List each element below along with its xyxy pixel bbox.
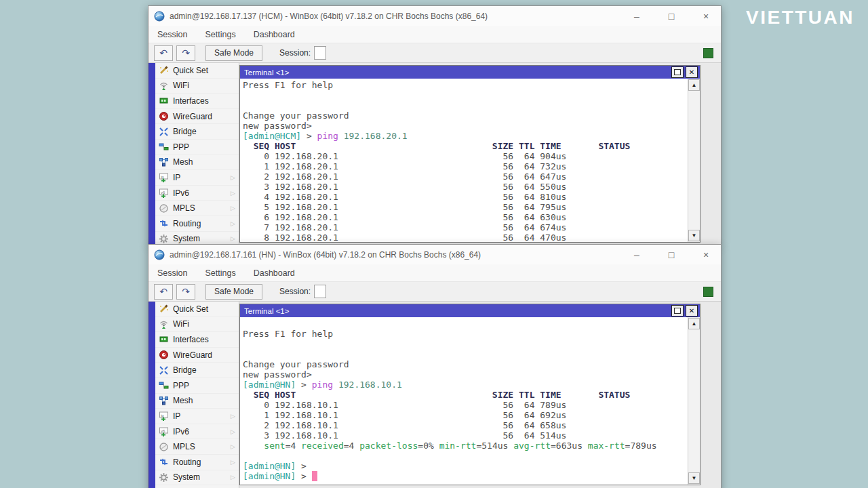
terminal-maximize-button[interactable] — [671, 66, 684, 78]
terminal-text-span: new password> — [243, 369, 312, 380]
sidebar-item-wifi[interactable]: WiFi — [155, 79, 239, 94]
sidebar-item-routing[interactable]: Routing▷ — [155, 216, 239, 232]
terminal-text-span: ping — [312, 380, 333, 390]
redo-icon: ↷ — [182, 286, 190, 297]
sidebar-item-bridge[interactable]: Bridge — [155, 363, 239, 378]
menu-settings[interactable]: Settings — [205, 30, 235, 39]
sidebar-item-system[interactable]: System▷ — [155, 470, 239, 486]
sidebar-accent-strip — [149, 302, 155, 488]
undo-button[interactable]: ↶ — [154, 284, 173, 300]
sidebar-item-mpls[interactable]: MPLS▷ — [155, 439, 239, 455]
terminal-close-button[interactable]: ✕ — [686, 66, 698, 78]
maximize-icon — [674, 69, 681, 75]
sidebar-item-ip[interactable]: ipIP▷ — [155, 170, 239, 186]
ipv6-icon: v6 — [159, 426, 169, 436]
terminal-text-span: ping — [317, 131, 338, 141]
sidebar-item-interfaces[interactable]: Interfaces — [155, 332, 239, 348]
menu-session[interactable]: Session — [157, 30, 187, 39]
ip-icon: ip — [159, 411, 169, 421]
terminal-line: Press F1 for help — [243, 329, 687, 339]
undo-button[interactable]: ↶ — [154, 45, 173, 61]
sidebar-item-ipv6[interactable]: v6IPv6▷ — [155, 424, 239, 440]
terminal-close-button[interactable]: ✕ — [686, 305, 698, 317]
titlebar[interactable]: admin@192.168.17.137 (HCM) - WinBox (64b… — [149, 6, 721, 26]
terminal-line: [admin@HCM] > ping 192.168.20.1 — [243, 131, 687, 141]
terminal-titlebar[interactable]: Terminal <1> ✕ — [240, 304, 700, 317]
maximize-button[interactable]: □ — [656, 6, 686, 26]
sidebar-item-mesh[interactable]: Mesh — [155, 394, 239, 409]
titlebar[interactable]: admin@192.168.17.161 (HN) - WinBox (64bi… — [149, 245, 721, 264]
sidebar-item-label: WiFi — [173, 81, 189, 90]
menu-settings[interactable]: Settings — [205, 268, 235, 278]
redo-button[interactable]: ↷ — [176, 45, 195, 61]
menu-dashboard[interactable]: Dashboard — [254, 30, 295, 39]
terminal-line: 1 192.168.10.1 56 64 692us — [243, 410, 687, 420]
sidebar-item-label: Routing — [173, 219, 201, 228]
terminal-titlebar[interactable]: Terminal <1> ✕ — [240, 66, 700, 79]
sidebar-item-interfaces[interactable]: Interfaces — [155, 94, 239, 109]
session-input[interactable] — [314, 46, 326, 60]
terminal-line: 1 192.168.20.1 56 64 732us — [243, 161, 687, 171]
scroll-up-icon[interactable]: ▲ — [688, 79, 700, 91]
sidebar-menu: Quick SetWiFiInterfacesWireGuardBridgePP… — [155, 302, 239, 488]
terminal-text-span: =4 — [344, 441, 359, 451]
terminal-text-span: 7 192.168.20.1 56 64 674us — [243, 222, 566, 232]
sidebar-item-ppp[interactable]: PPP — [155, 378, 239, 394]
scroll-down-icon[interactable]: ▼ — [688, 230, 700, 241]
terminal-text-span: 192.168.10.1 — [338, 380, 402, 390]
sidebar-item-wifi[interactable]: WiFi — [155, 317, 239, 333]
terminal-line: 7 192.168.20.1 56 64 674us — [243, 222, 687, 232]
sidebar-item-mpls[interactable]: MPLS▷ — [155, 201, 239, 216]
bridge-icon — [159, 127, 169, 137]
terminal-output[interactable]: Press F1 for helpChange your passwordnew… — [243, 319, 687, 485]
scroll-up-icon[interactable]: ▲ — [688, 318, 700, 329]
maximize-button[interactable]: □ — [656, 245, 686, 264]
sidebar-item-quick-set[interactable]: Quick Set — [155, 302, 239, 317]
terminal-text-span: Press F1 for help — [243, 329, 333, 339]
terminal-line: 4 192.168.20.1 56 64 810us — [243, 192, 687, 202]
mdi-workspace: Terminal <1> ✕ Press F1 for helpChange y… — [239, 63, 721, 245]
terminal-text-span: 8 192.168.20.1 56 64 470us — [243, 232, 566, 242]
sidebar-item-mesh[interactable]: Mesh — [155, 155, 239, 171]
terminal-output[interactable]: Press F1 for helpChange your passwordnew… — [243, 80, 687, 242]
scroll-down-icon[interactable]: ▼ — [688, 472, 700, 484]
sidebar-item-system[interactable]: System▷ — [155, 232, 239, 245]
sidebar-item-ppp[interactable]: PPP — [155, 140, 239, 155]
sidebar-item-label: PPP — [173, 142, 189, 152]
menu-dashboard[interactable]: Dashboard — [254, 268, 295, 278]
sidebar-item-label: Bridge — [173, 365, 197, 375]
terminal-scrollbar[interactable]: ▲ ▼ — [688, 79, 700, 242]
interfaces-icon — [159, 334, 169, 344]
menu-session[interactable]: Session — [157, 268, 187, 278]
session-input[interactable] — [314, 285, 326, 298]
minimize-button[interactable]: – — [622, 245, 652, 264]
session-label: Session: — [279, 48, 311, 58]
safe-mode-button[interactable]: Safe Mode — [205, 45, 262, 61]
sidebar-item-bridge[interactable]: Bridge — [155, 124, 239, 140]
terminal-text-span: max-rtt — [588, 441, 625, 451]
sidebar-item-routing[interactable]: Routing▷ — [155, 455, 239, 470]
sidebar-item-ip[interactable]: ipIP▷ — [155, 409, 239, 424]
minimize-button[interactable]: – — [622, 6, 652, 26]
toolbar: ↶ ↷ Safe Mode Session: — [149, 282, 721, 302]
terminal-text-span: min-rtt — [439, 441, 477, 451]
sidebar-menu: Quick SetWiFiInterfacesWireGuardBridgePP… — [155, 63, 239, 245]
menubar: SessionSettingsDashboard — [149, 264, 721, 282]
session-label: Session: — [279, 287, 311, 296]
submenu-arrow-icon: ▷ — [231, 443, 235, 450]
terminal-line: [admin@HN] > ping 192.168.10.1 — [243, 380, 687, 390]
redo-button[interactable]: ↷ — [176, 284, 195, 300]
sidebar-item-wireguard[interactable]: WireGuard — [155, 348, 239, 363]
sidebar-item-queues[interactable]: Queues — [155, 485, 239, 488]
sidebar-item-quick-set[interactable]: Quick Set — [155, 63, 239, 79]
terminal-text-span: 0 192.168.10.1 56 64 789us — [243, 400, 566, 410]
terminal-scrollbar[interactable]: ▲ ▼ — [688, 317, 700, 485]
terminal-text-span — [333, 380, 338, 390]
close-button[interactable]: × — [691, 245, 721, 264]
safe-mode-button[interactable]: Safe Mode — [205, 284, 262, 300]
terminal-maximize-button[interactable] — [671, 305, 684, 317]
sidebar-item-wireguard[interactable]: WireGuard — [155, 109, 239, 125]
terminal-line: [admin@HN] > — [243, 461, 687, 471]
sidebar-item-ipv6[interactable]: v6IPv6▷ — [155, 186, 239, 201]
close-button[interactable]: × — [691, 6, 721, 26]
